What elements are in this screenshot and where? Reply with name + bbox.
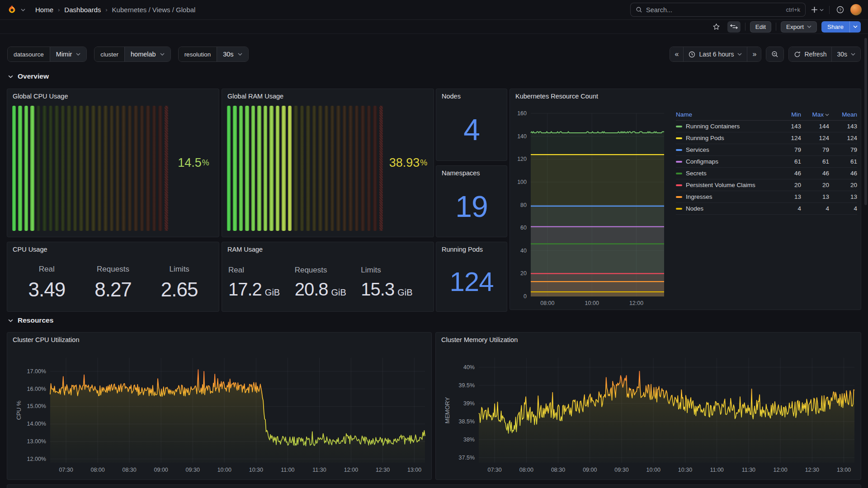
- series-mean: 143: [829, 123, 857, 130]
- legend-row[interactable]: Persistent Volume Claims202020: [676, 179, 857, 191]
- gauge-segment: [61, 106, 65, 231]
- series-min: 61: [775, 158, 801, 165]
- svg-text:10:00: 10:00: [646, 467, 660, 473]
- usage-metric-value: 20.8GiB: [295, 279, 346, 300]
- panel-title[interactable]: Global RAM Usage: [227, 93, 283, 100]
- cluster-cpu-chart[interactable]: 12.00%13.00%14.00%15.00%16.00%17.00%07:3…: [7, 333, 431, 479]
- share-button[interactable]: Share: [821, 21, 849, 33]
- svg-text:160: 160: [517, 110, 527, 117]
- star-icon: [712, 23, 720, 31]
- legend-row[interactable]: Services797979: [676, 144, 857, 156]
- svg-text:80: 80: [520, 202, 527, 208]
- cluster-memory-chart[interactable]: 37.5%38%38.5%39%39.5%40%07:3008:0008:300…: [436, 333, 861, 479]
- legend-row[interactable]: Nodes444: [676, 203, 857, 215]
- svg-text:15.00%: 15.00%: [27, 403, 46, 409]
- gauge-segment: [379, 106, 383, 231]
- series-name: Ingresses: [686, 193, 712, 200]
- series-color-swatch: [676, 196, 682, 198]
- legend-header-max[interactable]: Max: [801, 111, 829, 118]
- section-overview[interactable]: Overview: [8, 72, 49, 80]
- section-resources[interactable]: Resources: [8, 316, 53, 324]
- panel-title[interactable]: Global CPU Usage: [13, 93, 68, 100]
- search-placeholder: Search...: [646, 6, 672, 14]
- gauge-segment: [288, 106, 292, 231]
- legend-row[interactable]: Running Containers143144143: [676, 121, 857, 132]
- time-range-picker[interactable]: Last 6 hours: [683, 47, 747, 61]
- panel-namespaces: Namespaces 19: [436, 165, 507, 237]
- svg-text:40%: 40%: [463, 364, 475, 371]
- svg-text:11:00: 11:00: [281, 467, 294, 473]
- gauge-segment: [146, 106, 150, 231]
- refresh-icon: [794, 51, 801, 58]
- legend-header-name[interactable]: Name: [676, 111, 775, 118]
- series-mean: 61: [829, 158, 857, 165]
- ram-led-gauge: [227, 106, 383, 231]
- panel-title[interactable]: CPU Usage: [13, 246, 47, 253]
- refresh-button[interactable]: Refresh: [789, 47, 831, 61]
- legend-row[interactable]: Ingresses131313: [676, 191, 857, 203]
- add-new-button[interactable]: [809, 3, 826, 17]
- variable-value-dropdown[interactable]: homelab: [124, 47, 170, 61]
- gauge-segment: [24, 106, 28, 231]
- time-shift-forward-button[interactable]: »: [747, 47, 761, 61]
- series-min: 20: [775, 182, 801, 188]
- ram-gauge-value: 38.93%: [385, 89, 432, 237]
- svg-text:07:30: 07:30: [59, 467, 73, 473]
- share-menu-button[interactable]: [849, 21, 861, 33]
- panel-title[interactable]: Cluster CPU Utilization: [13, 336, 79, 343]
- variable-value-dropdown[interactable]: Mimir: [50, 47, 86, 61]
- nodes-stat-value: 4: [436, 99, 507, 160]
- panel-title[interactable]: RAM Usage: [227, 246, 263, 253]
- legend-header-min[interactable]: Min: [775, 111, 801, 118]
- resource-count-legend: NameMinMax MeanRunning Containers1431441…: [676, 109, 857, 215]
- svg-text:38.5%: 38.5%: [459, 418, 475, 425]
- gauge-segment: [245, 106, 249, 231]
- page-scrollbar[interactable]: [864, 38, 867, 205]
- series-min: 143: [775, 123, 801, 130]
- search-input[interactable]: Search... ctrl+k: [630, 3, 806, 17]
- refresh-interval-picker[interactable]: 30s: [831, 47, 860, 61]
- usage-metric-value: 2.65: [161, 278, 198, 301]
- usage-metric-label: Real: [39, 265, 55, 274]
- series-max: 4: [801, 205, 829, 212]
- breadcrumb: Home›Dashboards›Kubernetes / Views / Glo…: [35, 6, 195, 14]
- legend-row[interactable]: Running Pods124124124: [676, 132, 857, 144]
- chevron-down-icon: [160, 53, 165, 56]
- sort-chevron-icon: [825, 113, 829, 116]
- series-color-swatch: [676, 208, 682, 210]
- series-color-swatch: [676, 149, 682, 151]
- edit-button[interactable]: Edit: [750, 21, 771, 33]
- breadcrumb-item[interactable]: Home: [35, 6, 53, 14]
- nav-divider: [829, 6, 830, 14]
- series-color-swatch: [676, 126, 682, 127]
- variable-value-dropdown[interactable]: 30s: [217, 47, 248, 61]
- legend-header-mean[interactable]: Mean: [829, 111, 857, 118]
- svg-text:38%: 38%: [463, 436, 475, 443]
- favorite-star-button[interactable]: [710, 21, 723, 33]
- zoom-out-group: [766, 47, 784, 62]
- breadcrumb-item[interactable]: Kubernetes / Views / Global: [112, 6, 196, 14]
- clock-icon: [689, 51, 695, 58]
- grafana-logo-icon[interactable]: [6, 5, 17, 15]
- panel-title[interactable]: Cluster Memory Utilization: [441, 336, 518, 343]
- time-zoom-out-button[interactable]: [766, 47, 783, 61]
- search-icon: [636, 6, 642, 13]
- series-color-swatch: [676, 184, 682, 186]
- legend-row[interactable]: Configmaps616161: [676, 156, 857, 168]
- usage-metric-value: 3.49: [28, 278, 66, 301]
- time-shift-back-button[interactable]: «: [670, 47, 684, 61]
- series-mean: 124: [829, 135, 857, 141]
- switch-view-button[interactable]: [727, 21, 741, 33]
- panel-title[interactable]: Kubernetes Resource Count: [515, 93, 598, 100]
- user-avatar[interactable]: [850, 4, 862, 15]
- svg-text:12:00: 12:00: [773, 467, 787, 473]
- legend-row[interactable]: Secrets464646: [676, 168, 857, 179]
- help-button[interactable]: ?: [833, 3, 847, 17]
- series-name: Persistent Volume Claims: [686, 182, 755, 188]
- org-chevron-down-icon[interactable]: [21, 9, 25, 11]
- breadcrumb-item[interactable]: Dashboards: [64, 6, 101, 14]
- gauge-segment: [110, 106, 113, 231]
- export-button[interactable]: Export: [781, 21, 817, 33]
- dashboard-variables: datasourceMimirclusterhomelabresolution3…: [7, 47, 249, 62]
- svg-text:07:30: 07:30: [487, 467, 501, 473]
